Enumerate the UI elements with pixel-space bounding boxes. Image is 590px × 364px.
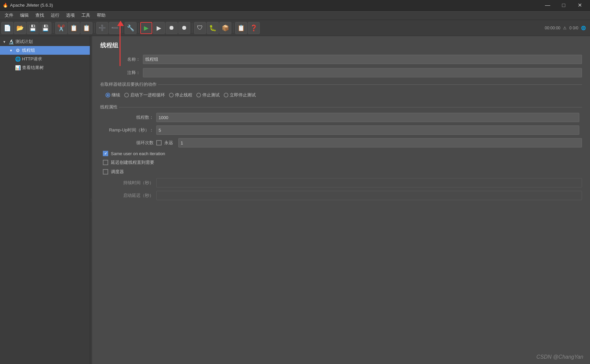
close-button[interactable]: ✕	[572, 0, 587, 11]
scheduler-label: 调度器	[111, 169, 124, 175]
stop-button[interactable]: ⏺	[166, 22, 178, 34]
name-input[interactable]	[143, 55, 582, 64]
duration-row: 持续时间（秒）	[100, 178, 582, 188]
maximize-button[interactable]: □	[556, 0, 571, 11]
radio-stop-thread[interactable]: 停止线程	[169, 92, 192, 98]
same-user-checkbox[interactable]	[103, 151, 108, 156]
menu-options[interactable]: 选项	[63, 11, 78, 20]
radio-stop-thread-circle	[169, 93, 174, 97]
toolbar: 📄 📂 💾 💾 ✂️ 📋 📋 ➕ ➖ 🔧 ▶ ▶ ⏺ ⏺ 🛡 🐛 📦 📋 ❓ 0…	[0, 20, 590, 36]
duration-input[interactable]	[156, 178, 582, 188]
save-template-button[interactable]: 💾	[27, 22, 39, 34]
thread-group-icon: ⚙	[15, 48, 21, 53]
forever-checkbox[interactable]	[156, 140, 162, 145]
menu-help[interactable]: 帮助	[93, 11, 109, 20]
radio-stop-thread-label: 停止线程	[175, 92, 192, 98]
timer-display: 00:00:00	[545, 26, 561, 30]
app-icon: 🔥	[3, 3, 8, 8]
clear-button[interactable]: 🔧	[125, 22, 137, 34]
thread-props-label: 线程属性	[100, 104, 118, 110]
save-button[interactable]: 💾	[39, 22, 51, 34]
paste-button[interactable]: 📋	[80, 22, 92, 34]
scheduler-row: 调度器	[100, 169, 582, 175]
sidebar: ▼ 🔬 测试计划 ▼ ⚙ 线程组 🌐 HTTP请求 📊 查看结果树	[0, 36, 90, 364]
log-button[interactable]: 🐛	[207, 22, 219, 34]
menu-edit[interactable]: 编辑	[17, 11, 32, 20]
radio-next-loop-label: 启动下一进程循环	[130, 92, 165, 98]
radio-continue[interactable]: 继续	[106, 92, 120, 98]
toolbar-sep-5	[192, 23, 192, 33]
watermark: CSDN @ChangYan	[537, 354, 583, 360]
function-helper-button[interactable]: 📋	[235, 22, 247, 34]
copy-button[interactable]: 📋	[68, 22, 80, 34]
run-remote-button[interactable]: ▶	[153, 22, 165, 34]
stop-now-button[interactable]: ⏺	[178, 22, 190, 34]
app-title: Apache JMeter (5.6.3)	[10, 3, 540, 8]
radio-next-loop-circle	[124, 93, 129, 97]
content-area: 线程组 名称： 注释： 在取样器错误后要执行的动作 继续 启动下一进程循环	[92, 36, 590, 364]
toolbar-status: 00:00:00 ⚠ 0 0/0 🌐	[545, 26, 586, 30]
test-plan-label: 测试计划	[15, 39, 33, 45]
toolbar-sep-3	[123, 23, 123, 33]
title-bar: 🔥 Apache JMeter (5.6.3) — □ ✕	[0, 0, 590, 11]
menu-bar: 文件 编辑 查找 运行 选项 工具 帮助	[0, 11, 590, 20]
remove-button[interactable]: ➖	[109, 22, 121, 34]
radio-stop-test[interactable]: 停止测试	[196, 92, 220, 98]
cut-button[interactable]: ✂️	[55, 22, 67, 34]
same-user-row: Same user on each iteration	[100, 151, 582, 156]
menu-file[interactable]: 文件	[1, 11, 17, 20]
log2-button[interactable]: 📦	[219, 22, 231, 34]
help-button[interactable]: ❓	[248, 22, 260, 34]
panel-title: 线程组	[100, 41, 582, 49]
radio-stop-test-now[interactable]: 立即停止测试	[224, 92, 256, 98]
toolbar-sep-4	[138, 23, 139, 33]
thread-count-input[interactable]	[156, 113, 579, 122]
menu-tools[interactable]: 工具	[78, 11, 93, 20]
name-row: 名称：	[100, 55, 582, 64]
rampup-label: Ramp-Up时间（秒）：	[100, 127, 154, 133]
new-button[interactable]: 📄	[1, 22, 13, 34]
sidebar-item-thread-group[interactable]: ▼ ⚙ 线程组	[0, 46, 90, 55]
sidebar-item-http-request[interactable]: 🌐 HTTP请求	[0, 55, 90, 63]
loop-label: 循环次数	[100, 140, 154, 146]
startup-delay-row: 启动延迟（秒）	[100, 191, 582, 200]
same-user-label: Same user on each iteration	[111, 151, 165, 156]
comment-row: 注释：	[100, 68, 582, 77]
comment-input[interactable]	[143, 68, 582, 77]
forever-label: 永远	[164, 140, 173, 146]
loop-count-input[interactable]	[178, 138, 582, 147]
error-action-label: 在取样器错误后要执行的动作	[100, 81, 157, 87]
delay-thread-label: 延迟创建线程直到需要	[111, 159, 154, 165]
minimize-button[interactable]: —	[540, 0, 555, 11]
error-action-radio-group: 继续 启动下一进程循环 停止线程 停止测试 立即停止测试	[100, 90, 582, 100]
delay-thread-checkbox[interactable]	[103, 160, 108, 165]
startup-delay-input[interactable]	[156, 191, 582, 200]
radio-stop-test-now-label: 立即停止测试	[230, 92, 256, 98]
radio-stop-test-now-circle	[224, 93, 228, 97]
run-button[interactable]: ▶	[140, 22, 152, 34]
toolbar-sep-2	[94, 23, 94, 33]
radio-continue-circle	[106, 93, 110, 97]
scheduler-checkbox[interactable]	[103, 169, 108, 174]
main-layout: ▼ 🔬 测试计划 ▼ ⚙ 线程组 🌐 HTTP请求 📊 查看结果树 ⋮ 线程组 …	[0, 36, 590, 364]
radio-next-loop[interactable]: 启动下一进程循环	[124, 92, 165, 98]
thread-count-label: 线程数：	[100, 114, 154, 120]
radio-continue-label: 继续	[112, 92, 120, 98]
sidebar-item-view-results[interactable]: 📊 查看结果树	[0, 63, 90, 72]
sidebar-item-test-plan[interactable]: ▼ 🔬 测试计划	[0, 37, 90, 46]
menu-search[interactable]: 查找	[32, 11, 47, 20]
thread-props-section: 线程属性	[100, 104, 582, 110]
add-button[interactable]: ➕	[96, 22, 108, 34]
ssl-button[interactable]: 🛡	[194, 22, 206, 34]
open-button[interactable]: 📂	[14, 22, 26, 34]
warning-icon: ⚠	[563, 26, 567, 30]
menu-run[interactable]: 运行	[47, 11, 63, 20]
toggle-test-plan[interactable]: ▼	[3, 40, 7, 44]
toggle-thread-group[interactable]: ▼	[9, 49, 13, 52]
toolbar-sep-6	[233, 23, 233, 33]
error-action-section: 在取样器错误后要执行的动作	[100, 81, 582, 87]
rampup-input[interactable]	[156, 125, 579, 135]
loop-row: 循环次数 永远	[100, 138, 582, 147]
radio-stop-test-label: 停止测试	[202, 92, 220, 98]
window-controls: — □ ✕	[540, 0, 587, 11]
